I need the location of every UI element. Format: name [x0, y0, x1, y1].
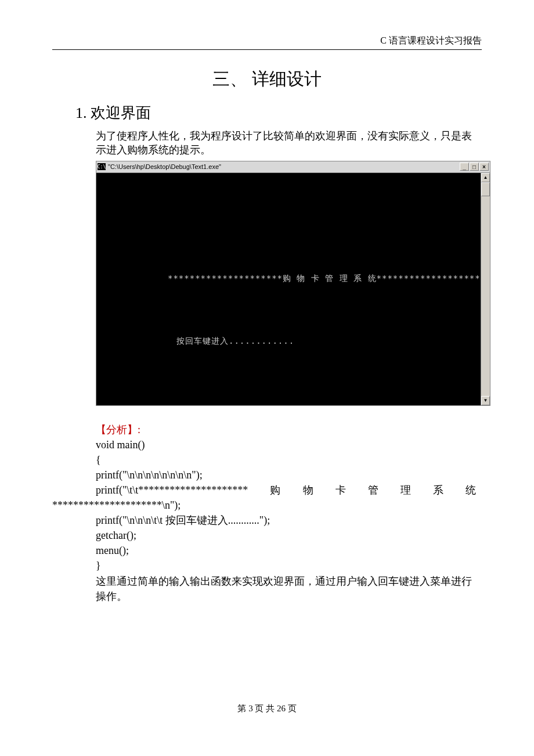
analysis-label: 【分析】:	[96, 424, 140, 435]
scroll-down-icon[interactable]: ▼	[481, 396, 490, 405]
page-footer: 第 3 页 共 26 页	[0, 703, 534, 714]
code-line: *********************\n");	[52, 498, 476, 513]
code-line: printf("\n\n\n\n\n\n\n\n");	[96, 467, 476, 483]
header-divider	[52, 49, 482, 50]
console-output: *********************购 物 卡 管 理 系 统******…	[96, 173, 481, 405]
code-frag: 统	[466, 483, 476, 498]
console-line-prompt: 按回车键进入............	[101, 336, 476, 347]
code-frag: 卡	[335, 483, 346, 498]
window-buttons: _ □ ×	[460, 163, 489, 171]
console-app-icon: C:\	[98, 163, 106, 170]
code-frag: 理	[400, 483, 411, 498]
section-title: 三、 详细设计	[52, 67, 482, 91]
code-line: void main()	[96, 437, 476, 452]
subsection-title: 1. 欢迎界面	[75, 103, 482, 123]
code-line: {	[96, 452, 476, 467]
analysis-block: 【分析】: void main() { printf("\n\n\n\n\n\n…	[96, 422, 476, 604]
minimize-button[interactable]: _	[460, 163, 469, 171]
code-line: menu();	[96, 543, 476, 558]
code-frag: 管	[368, 483, 378, 498]
code-frag: 物	[303, 483, 313, 498]
code-frag: printf("\t\t*********************	[96, 483, 248, 498]
header-report-title: C 语言课程设计实习报告	[52, 35, 482, 47]
subsection-number: 1.	[75, 105, 87, 121]
code-line-justified: printf("\t\t********************* 购 物 卡 …	[96, 483, 476, 498]
close-button[interactable]: ×	[479, 163, 489, 171]
code-line: getchar();	[96, 528, 476, 543]
maximize-button[interactable]: □	[470, 163, 479, 171]
console-line-banner: *********************购 物 卡 管 理 系 统******…	[101, 273, 476, 284]
subsection-label: 欢迎界面	[91, 105, 151, 121]
code-frag: 购	[270, 483, 280, 498]
console-window: C:\ "C:\Users\hp\Desktop\Debug\Text1.exe…	[96, 161, 490, 406]
console-scrollbar[interactable]: ▲ ▼	[481, 173, 490, 405]
scroll-up-icon[interactable]: ▲	[481, 173, 490, 182]
intro-paragraph: 为了使程序人性化，我为程序设计了比较简单的欢迎界面，没有实际意义，只是表示进入购…	[96, 129, 476, 157]
code-frag: 系	[433, 483, 443, 498]
code-line: }	[96, 558, 476, 573]
scroll-thumb[interactable]	[481, 182, 490, 196]
console-titlebar: C:\ "C:\Users\hp\Desktop\Debug\Text1.exe…	[96, 161, 490, 173]
code-line: printf("\n\n\n\t\t 按回车键进入............");	[96, 513, 476, 528]
console-window-title: "C:\Users\hp\Desktop\Debug\Text1.exe"	[108, 163, 221, 170]
analysis-explanation: 这里通过简单的输入输出函数来实现欢迎界面，通过用户输入回车键进入菜单进行操作。	[96, 574, 476, 604]
